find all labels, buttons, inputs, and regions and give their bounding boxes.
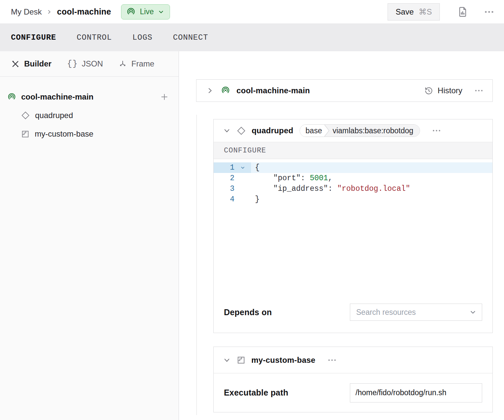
breadcrumb-parent[interactable]: My Desk xyxy=(11,7,42,17)
top-bar: My Desk cool-machine Live Save ⌘S xyxy=(0,0,504,24)
sidebar: Builder { } JSON Frame xyxy=(0,51,179,420)
ellipsis-icon xyxy=(475,89,483,92)
code-text: "ip_address": "robotdog.local" xyxy=(251,184,410,194)
add-component-button[interactable] xyxy=(160,93,169,101)
module-icon xyxy=(237,356,245,364)
ellipsis-icon xyxy=(432,129,441,132)
code-text: "port": 5001, xyxy=(251,173,333,184)
configure-section-label: CONFIGURE xyxy=(224,147,266,155)
plus-icon xyxy=(160,93,169,101)
save-shortcut: ⌘S xyxy=(419,7,432,17)
line-number: 1 xyxy=(214,162,234,173)
json-attributes-editor[interactable]: 1 { 2 "port": 5001, xyxy=(214,159,492,205)
mode-frame[interactable]: Frame xyxy=(118,59,154,68)
tab-logs[interactable]: LOGS xyxy=(132,33,152,42)
view-mode-switch: Builder { } JSON Frame xyxy=(0,51,179,77)
gutter-line-3: 3 xyxy=(214,184,251,194)
save-button[interactable]: Save ⌘S xyxy=(388,3,440,21)
code-line-2[interactable]: 2 "port": 5001, xyxy=(214,173,492,184)
machine-report-button[interactable] xyxy=(457,6,468,18)
mode-frame-label: Frame xyxy=(131,59,154,68)
tab-connect[interactable]: CONNECT xyxy=(173,33,208,42)
status-badge-label: Live xyxy=(140,7,154,16)
collapse-module-button[interactable] xyxy=(224,357,230,363)
chevron-right-icon xyxy=(47,9,52,15)
history-button[interactable]: History xyxy=(424,86,462,95)
chevron-right-icon xyxy=(207,87,213,94)
chevron-down-icon xyxy=(470,309,476,315)
line-number: 4 xyxy=(214,194,234,205)
quadruped-title: quadruped xyxy=(252,126,293,135)
tab-control[interactable]: CONTROL xyxy=(77,33,112,42)
expand-machine-card-button[interactable] xyxy=(207,87,213,94)
config-panel: cool-machine-main History xyxy=(179,51,504,420)
executable-path-input[interactable] xyxy=(350,383,482,402)
main-tab-bar: CONFIGURE CONTROL LOGS CONNECT xyxy=(0,24,504,51)
fold-chevron-icon[interactable] xyxy=(234,162,251,173)
file-chart-icon xyxy=(457,6,468,18)
code-text: } xyxy=(251,194,260,205)
quadruped-card: quadruped base viamlabs:base:robotdog CO… xyxy=(213,119,493,333)
badge-divider-icon xyxy=(324,125,330,137)
tools-icon xyxy=(11,60,20,68)
quadruped-card-header: quadruped base viamlabs:base:robotdog xyxy=(214,119,492,142)
depends-on-label: Depends on xyxy=(224,308,272,317)
diamond-component-icon xyxy=(237,126,246,135)
topbar-actions: Save ⌘S xyxy=(388,3,494,21)
ellipsis-icon xyxy=(328,359,336,361)
tree-item-machine-part[interactable]: cool-machine-main xyxy=(0,88,179,106)
code-text: { xyxy=(251,162,260,173)
machine-card-menu-button[interactable] xyxy=(475,89,483,92)
string-token: "robotdog.local" xyxy=(337,185,410,193)
collapse-quadruped-button[interactable] xyxy=(224,127,230,134)
depends-on-row: Depends on Search resources xyxy=(214,304,492,333)
gutter-line-1: 1 xyxy=(214,162,251,173)
tree-quadruped-label: quadruped xyxy=(35,111,73,120)
module-icon xyxy=(21,130,29,138)
badge-type-label: base xyxy=(300,125,324,137)
line-number: 2 xyxy=(214,173,234,184)
broadcast-icon xyxy=(221,86,230,95)
breadcrumb-current: cool-machine xyxy=(57,7,111,17)
topbar-menu-button[interactable] xyxy=(484,10,494,14)
resource-tree: cool-machine-main quadruped xyxy=(0,77,179,143)
diamond-component-icon xyxy=(21,111,30,120)
module-card-header: my-custom-base xyxy=(214,347,492,373)
mode-builder-label: Builder xyxy=(24,59,52,68)
component-type-badge: base viamlabs:base:robotdog xyxy=(300,124,420,137)
broadcast-icon xyxy=(7,93,16,102)
line-number: 3 xyxy=(214,184,234,194)
mode-json[interactable]: { } JSON xyxy=(67,59,103,69)
tree-module-label: my-custom-base xyxy=(35,129,93,139)
chevron-down-icon xyxy=(158,9,164,15)
tab-configure[interactable]: CONFIGURE xyxy=(11,33,56,42)
depends-on-select[interactable]: Search resources xyxy=(350,304,482,321)
history-label: History xyxy=(438,86,462,95)
tree-item-my-custom-base[interactable]: my-custom-base xyxy=(0,125,179,143)
tree-connector-line xyxy=(196,115,197,415)
machine-part-title: cool-machine-main xyxy=(236,86,310,95)
live-broadcast-icon xyxy=(126,7,136,17)
ellipsis-icon xyxy=(484,10,494,14)
quadruped-card-menu-button[interactable] xyxy=(432,129,441,132)
module-card: my-custom-base Executable path xyxy=(213,347,493,412)
module-card-body: Executable path xyxy=(214,373,492,412)
machine-status-dropdown[interactable]: Live xyxy=(121,4,170,20)
chevron-down-icon xyxy=(224,127,230,134)
executable-path-label: Executable path xyxy=(224,388,288,398)
code-line-4[interactable]: 4 } xyxy=(214,194,492,205)
machine-part-card: cool-machine-main History xyxy=(196,79,493,102)
module-title: my-custom-base xyxy=(251,356,315,365)
code-line-1[interactable]: 1 { xyxy=(214,162,492,173)
module-card-menu-button[interactable] xyxy=(328,359,336,361)
mode-builder[interactable]: Builder xyxy=(11,59,52,68)
breadcrumb: My Desk cool-machine xyxy=(11,7,111,17)
code-line-3[interactable]: 3 "ip_address": "robotdog.local" xyxy=(214,184,492,194)
braces-icon: { } xyxy=(67,59,78,69)
content-area: Builder { } JSON Frame xyxy=(0,51,504,420)
tree-item-quadruped[interactable]: quadruped xyxy=(0,106,179,125)
configure-section-header: CONFIGURE xyxy=(214,142,492,159)
badge-model-label: viamlabs:base:robotdog xyxy=(329,125,420,137)
frame-axes-icon xyxy=(118,60,127,68)
mode-json-label: JSON xyxy=(82,59,103,68)
